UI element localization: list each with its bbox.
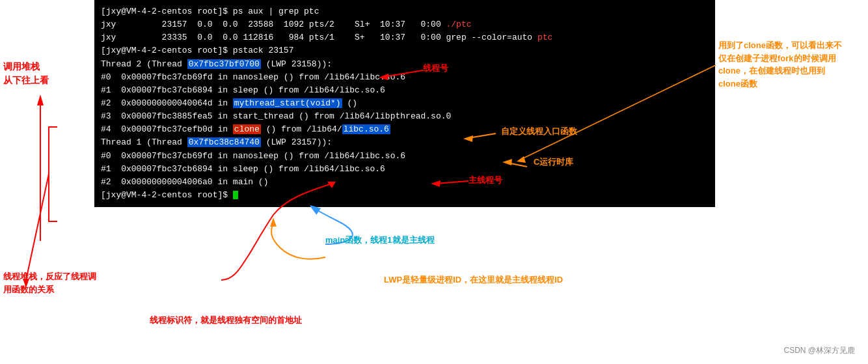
- terminal-line-4: [jxy@VM-4-2-centos root]$ pstack 23157: [101, 44, 709, 57]
- terminal-line-9: #3 0x00007fbc3885fea5 in start_thread ()…: [101, 110, 709, 123]
- terminal-wrapper: [jxy@VM-4-2-centos root]$ ps aux | grep …: [94, 0, 715, 364]
- cursor: [233, 191, 238, 199]
- thread-identifier-label: 线程标识符，就是线程独有空间的首地址: [150, 314, 302, 327]
- terminal-line-10: #4 0x00007fbc37cefb0d in clone () from /…: [101, 123, 709, 136]
- c-runtime-label: C运行时库: [534, 156, 573, 168]
- terminal-line-14: #2 0x00000000004006a0 in main (): [101, 176, 709, 189]
- terminal-line-2: jxy 23157 0.0 0.0 23588 1092 pts/2 Sl+ 1…: [101, 18, 709, 31]
- terminal-line-6: #0 0x00007fbc37cb69fd in nanosleep () fr…: [101, 71, 709, 84]
- main-container: [jxy@VM-4-2-centos root]$ ps aux | grep …: [0, 0, 868, 364]
- ptc-highlight-2: ptc: [537, 33, 552, 42]
- terminal-line-12: #0 0x00007fbc37cb69fd in nanosleep () fr…: [101, 150, 709, 163]
- terminal-line-8: #2 0x000000000040064d in mythread_start(…: [101, 97, 709, 110]
- main-func-label: main函数，线程1就是主线程: [325, 234, 435, 246]
- thread-stack-label: 线程堆栈，反应了线程调用函数的关系: [3, 270, 96, 296]
- terminal-line-13: #1 0x00007fbc37cb6894 in sleep () from /…: [101, 163, 709, 176]
- terminal-line-15: [jxy@VM-4-2-centos root]$: [101, 189, 709, 202]
- thread1-addr: 0x7fbc38c84740: [187, 137, 261, 147]
- right-panel: 用到了clone函数，可以看出来不仅在创建子进程fork的时候调用clone，在…: [715, 0, 868, 364]
- lwp-label: LWP是轻量级进程ID，在这里就是主线程线程ID: [384, 273, 563, 287]
- watermark: CSDN @林深方见鹿: [783, 345, 855, 356]
- terminal-line-11: Thread 1 (Thread 0x7fbc38c84740 (LWP 231…: [101, 136, 709, 149]
- main-thread-number-label: 主线程号: [468, 175, 502, 186]
- mythread-highlight: mythread_start(void*): [233, 98, 342, 108]
- stack-direction-label: 调用堆栈从下往上看: [3, 60, 49, 87]
- clone-highlight: clone: [233, 124, 261, 134]
- terminal-line-1: [jxy@VM-4-2-centos root]$ ps aux | grep …: [101, 5, 709, 18]
- thread2-addr: 0x7fbc37bf0700: [187, 59, 261, 69]
- clone-annotation: 用到了clone函数，可以看出来不仅在创建子进程fork的时候调用clone，在…: [718, 39, 842, 90]
- terminal-line-5: Thread 2 (Thread 0x7fbc37bf0700 (LWP 231…: [101, 58, 709, 71]
- terminal-line-7: #1 0x00007fbc37cb6894 in sleep () from /…: [101, 84, 709, 97]
- libc-highlight: libc.so.6: [342, 124, 390, 134]
- ptc-highlight-1: ./ptc: [446, 20, 472, 29]
- thread-number-label: 线程号: [423, 63, 448, 74]
- terminal-line-3: jxy 23335 0.0 0.0 112816 984 pts/1 S+ 10…: [101, 31, 709, 44]
- left-annotation: [0, 0, 94, 364]
- custom-entry-label: 自定义线程入口函数: [501, 126, 577, 137]
- terminal: [jxy@VM-4-2-centos root]$ ps aux | grep …: [94, 0, 715, 207]
